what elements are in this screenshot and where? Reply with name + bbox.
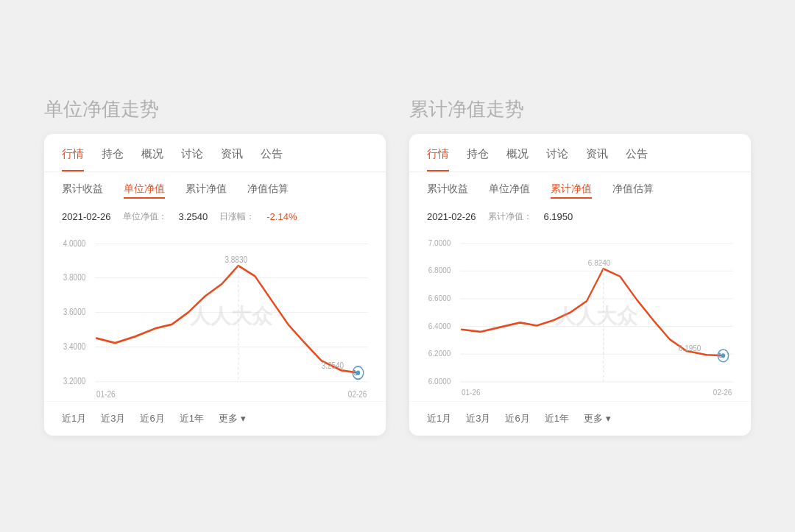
- right-tab-market[interactable]: 行情: [427, 147, 449, 171]
- left-data-row: 2021-02-26 单位净值： 3.2540 日涨幅： -2.14%: [44, 206, 386, 232]
- left-tab-announcement[interactable]: 公告: [261, 147, 283, 171]
- left-time-1y[interactable]: 近1年: [180, 412, 204, 425]
- svg-text:6.4000: 6.4000: [428, 321, 451, 330]
- right-tab-discuss[interactable]: 讨论: [546, 147, 568, 171]
- right-subtab-unit-nav[interactable]: 单位净值: [489, 182, 530, 199]
- svg-text:3.8830: 3.8830: [225, 255, 247, 264]
- svg-text:6.8240: 6.8240: [588, 258, 610, 267]
- left-tab-market[interactable]: 行情: [62, 147, 84, 171]
- right-nav-label: 累计净值：: [488, 210, 532, 223]
- right-card: 行情 持仓 概况 讨论 资讯 公告 累计收益 单位净值 累计净值 净值估算 20…: [409, 134, 751, 436]
- left-subtab-cumulative-nav[interactable]: 累计净值: [186, 182, 227, 199]
- right-chart-svg: 7.0000 6.8000 6.6000 6.4000 6.2000 6.000…: [427, 232, 733, 401]
- left-tab-news[interactable]: 资讯: [221, 147, 243, 171]
- right-subtab-estimated-nav[interactable]: 净值估算: [612, 182, 654, 199]
- left-time-more[interactable]: 更多 ▾: [219, 412, 246, 425]
- svg-text:6.0000: 6.0000: [428, 376, 451, 386]
- right-nav-value: 6.1950: [544, 211, 573, 222]
- left-time-3m[interactable]: 近3月: [101, 412, 125, 425]
- right-section-title: 累计净值走势: [409, 96, 751, 122]
- svg-text:↻: ↻: [718, 351, 724, 361]
- right-date: 2021-02-26: [427, 211, 476, 222]
- svg-text:3.4000: 3.4000: [63, 341, 85, 351]
- right-tab-announcement[interactable]: 公告: [626, 147, 648, 171]
- left-nav-value: 3.2540: [179, 211, 208, 222]
- left-nav-tabs: 行情 持仓 概况 讨论 资讯 公告: [44, 134, 386, 172]
- left-time-range: 近1月 近3月 近6月 近1年 更多 ▾: [44, 401, 386, 436]
- svg-text:7.0000: 7.0000: [428, 238, 451, 247]
- svg-text:4.0000: 4.0000: [63, 238, 85, 248]
- svg-text:6.6000: 6.6000: [428, 293, 451, 302]
- left-tab-discuss[interactable]: 讨论: [181, 147, 203, 171]
- svg-text:01-26: 01-26: [96, 389, 115, 399]
- left-section-title: 单位净值走势: [44, 96, 386, 122]
- right-time-1y[interactable]: 近1年: [545, 412, 569, 425]
- right-nav-tabs: 行情 持仓 概况 讨论 资讯 公告: [409, 134, 751, 172]
- right-chart-area: 人人大众 7.0000 6.8000 6.6000 6.4000 6.2000 …: [409, 232, 751, 401]
- left-subtab-estimated-nav[interactable]: 净值估算: [247, 182, 289, 199]
- right-time-3m[interactable]: 近3月: [466, 412, 490, 425]
- left-tab-overview[interactable]: 概况: [141, 147, 163, 171]
- right-tab-news[interactable]: 资讯: [586, 147, 608, 171]
- left-subtab-cumulative-return[interactable]: 累计收益: [62, 182, 103, 199]
- svg-text:01-26: 01-26: [462, 387, 480, 397]
- left-chart-svg: 4.0000 3.8000 3.6000 3.4000 3.2000: [62, 232, 368, 401]
- page-container: 单位净值走势 行情 持仓 概况 讨论 资讯 公告 累计收益 单位净值 累计净值 …: [0, 67, 795, 465]
- right-tab-position[interactable]: 持仓: [467, 147, 489, 171]
- left-change-value: -2.14%: [266, 211, 297, 222]
- right-time-range: 近1月 近3月 近6月 近1年 更多 ▾: [409, 401, 751, 436]
- left-change-label: 日涨幅：: [219, 210, 255, 223]
- left-tab-position[interactable]: 持仓: [102, 147, 124, 171]
- left-section: 单位净值走势 行情 持仓 概况 讨论 资讯 公告 累计收益 单位净值 累计净值 …: [44, 96, 386, 436]
- right-subtab-cumulative-nav[interactable]: 累计净值: [551, 182, 592, 199]
- right-time-6m[interactable]: 近6月: [505, 412, 529, 425]
- right-sub-tabs: 累计收益 单位净值 累计净值 净值估算: [409, 172, 751, 206]
- svg-text:6.1950: 6.1950: [679, 343, 701, 352]
- left-nav-label: 单位净值：: [123, 210, 167, 223]
- left-subtab-unit-nav[interactable]: 单位净值: [124, 182, 165, 199]
- svg-text:02-26: 02-26: [713, 387, 732, 397]
- left-time-1m[interactable]: 近1月: [62, 412, 86, 425]
- svg-text:3.2540: 3.2540: [322, 361, 344, 370]
- svg-text:6.2000: 6.2000: [428, 349, 451, 358]
- left-date: 2021-02-26: [62, 211, 111, 222]
- left-chart-area: 人人大众 4.0000 3.8000 3.6000 3.4000 3.2000: [44, 232, 386, 401]
- svg-text:02-26: 02-26: [348, 389, 367, 399]
- right-section: 累计净值走势 行情 持仓 概况 讨论 资讯 公告 累计收益 单位净值 累计净值 …: [409, 96, 751, 436]
- left-card: 行情 持仓 概况 讨论 资讯 公告 累计收益 单位净值 累计净值 净值估算 20…: [44, 134, 386, 436]
- left-sub-tabs: 累计收益 单位净值 累计净值 净值估算: [44, 172, 386, 206]
- svg-text:3.8000: 3.8000: [63, 272, 85, 282]
- right-tab-overview[interactable]: 概况: [506, 147, 529, 171]
- right-time-more[interactable]: 更多 ▾: [584, 412, 611, 425]
- right-data-row: 2021-02-26 累计净值： 6.1950: [409, 206, 751, 232]
- left-time-6m[interactable]: 近6月: [140, 412, 164, 425]
- right-time-1m[interactable]: 近1月: [427, 412, 451, 425]
- svg-text:↻: ↻: [353, 368, 358, 377]
- svg-text:3.2000: 3.2000: [63, 376, 85, 386]
- svg-text:6.8000: 6.8000: [428, 266, 451, 275]
- svg-text:3.6000: 3.6000: [63, 307, 85, 316]
- right-subtab-cumulative-return[interactable]: 累计收益: [427, 182, 468, 199]
